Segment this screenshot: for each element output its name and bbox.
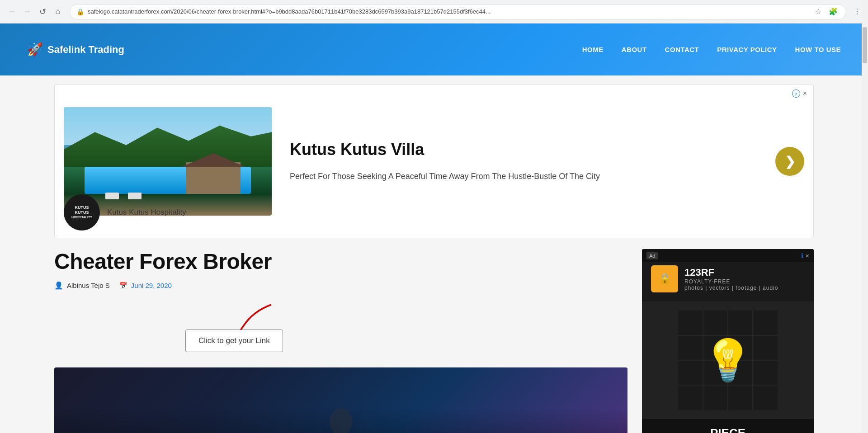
browser-chrome: ← → ↺ ⌂ 🔒 safelogo.catatantraderforex.co…	[0, 0, 868, 24]
nav-menu: HOME ABOUT CONTACT PRIVACY POLICY HOW TO…	[582, 46, 841, 54]
scrollbar-thumb[interactable]	[863, 27, 867, 63]
nav-buttons: ← → ↺ ⌂	[5, 5, 64, 18]
article-title: Cheater Forex Broker	[54, 249, 627, 274]
ad-banner: i × Kutus Kutus Villa Perfect For Those	[54, 85, 814, 238]
cta-area: Click to get your Link	[54, 302, 627, 357]
sidebar-ad-close-area: ℹ ×	[801, 252, 809, 259]
ad-next-button[interactable]: ❯	[775, 147, 804, 176]
rf-logo-box: 🔒	[651, 265, 678, 292]
rf-brand-text: 123RF ROYALTY-FREE photos | vectors | fo…	[684, 267, 778, 291]
nav-link-contact[interactable]: CONTACT	[665, 46, 699, 53]
bookmark-icon[interactable]: ☆	[813, 5, 823, 18]
nav-item-privacy[interactable]: PRIVACY POLICY	[717, 46, 777, 54]
ad-badge: Ad	[646, 252, 658, 259]
forward-button[interactable]: →	[21, 5, 33, 18]
back-button[interactable]: ←	[5, 5, 18, 18]
main-content: i × Kutus Kutus Villa Perfect For Those	[36, 75, 832, 433]
content-area: Cheater Forex Broker 👤 Albinus Tejo S 📅 …	[54, 249, 814, 433]
article-meta: 👤 Albinus Tejo S 📅 Juni 29, 2020	[54, 281, 627, 290]
author-icon: 👤	[54, 281, 63, 290]
main-nav: HOME ABOUT CONTACT PRIVACY POLICY HOW TO…	[582, 46, 841, 54]
cta-link-button[interactable]: Click to get your Link	[185, 329, 283, 352]
ad-info-icon[interactable]: i	[792, 89, 800, 98]
nav-link-privacy[interactable]: PRIVACY POLICY	[717, 46, 777, 53]
nav-item-howto[interactable]: HOW TO USE	[795, 46, 841, 54]
extensions-icon[interactable]: 🧩	[827, 5, 840, 18]
ad-close-button[interactable]: ×	[803, 89, 807, 98]
rf-brand-name: 123RF	[684, 267, 778, 278]
rf-tagline: PIECE YOUR IDEAS WITH US.	[651, 426, 805, 433]
ad-description: Perfect For Those Seeking A Peaceful Tim…	[290, 170, 757, 183]
logo-area[interactable]: 🚀 Safelink Trading	[27, 42, 124, 57]
rf-image-area: 💡	[642, 301, 814, 419]
rf-brand-sub: photos | vectors | footage | audio	[684, 285, 778, 291]
rf-logo-icon: 🔒	[659, 273, 671, 285]
url-text: safelogo.catatantraderforex.com/2020/06/…	[88, 8, 810, 15]
lock-icon: 🔒	[76, 8, 84, 15]
browser-menu-icon[interactable]: ⋮	[852, 5, 863, 18]
sidebar-ad-inner: Ad ℹ × 🔒 123RF ROYALTY-FREE photos | vec…	[642, 249, 814, 433]
ad-text-area: Kutus Kutus Villa Perfect For Those Seek…	[272, 140, 775, 183]
sidebar-ad-info-icon[interactable]: ℹ	[801, 252, 803, 259]
sidebar-ad-close-button[interactable]: ×	[805, 252, 809, 259]
lightbulb-icon: 💡	[703, 337, 753, 384]
svg-point-1	[330, 408, 352, 433]
nav-link-about[interactable]: ABOUT	[622, 46, 647, 53]
article-image	[54, 367, 627, 433]
address-bar[interactable]: 🔒 safelogo.catatantraderforex.com/2020/0…	[70, 4, 846, 19]
meta-date: 📅 Juni 29, 2020	[119, 282, 172, 290]
ad-title: Kutus Kutus Villa	[290, 140, 757, 159]
rf-brand-tagline: ROYALTY-FREE	[684, 278, 778, 285]
nav-link-howto[interactable]: HOW TO USE	[795, 46, 841, 53]
rf-visual: 💡	[678, 311, 778, 410]
rf-tagline-line1: PIECE	[651, 426, 805, 433]
ad-logo-text: KUTUSKUTUSHOSPITALITY	[70, 203, 94, 221]
nav-item-about[interactable]: ABOUT	[622, 46, 647, 54]
reload-button[interactable]: ↺	[36, 5, 49, 18]
author-name: Albinus Tejo S	[67, 282, 110, 289]
person-silhouette	[273, 408, 409, 433]
scrollbar[interactable]	[862, 0, 868, 433]
publish-date: Juni 29, 2020	[131, 282, 172, 289]
meta-author: 👤 Albinus Tejo S	[54, 281, 110, 290]
logo-text: Safelink Trading	[47, 44, 124, 56]
nav-item-home[interactable]: HOME	[582, 46, 604, 54]
ad-footer: KUTUSKUTUSHOSPITALITY Kutus Kutus Hospit…	[64, 194, 186, 231]
sidebar-ad: Ad ℹ × 🔒 123RF ROYALTY-FREE photos | vec…	[642, 249, 814, 433]
nav-item-contact[interactable]: CONTACT	[665, 46, 699, 54]
main-article: Cheater Forex Broker 👤 Albinus Tejo S 📅 …	[54, 249, 627, 433]
ad-hospitality-name: Kutus Kutus Hospitality	[107, 208, 186, 217]
site-header: 🚀 Safelink Trading HOME ABOUT CONTACT PR…	[0, 24, 868, 75]
nav-link-home[interactable]: HOME	[582, 46, 604, 53]
logo-icon: 🚀	[27, 42, 43, 57]
villa-layer	[186, 162, 241, 194]
sidebar-ad-topbar: Ad ℹ ×	[642, 249, 814, 262]
calendar-icon: 📅	[119, 282, 127, 290]
home-button[interactable]: ⌂	[52, 5, 64, 18]
ad-close-area: i ×	[792, 89, 807, 98]
ad-logo-badge: KUTUSKUTUSHOSPITALITY	[64, 194, 100, 231]
